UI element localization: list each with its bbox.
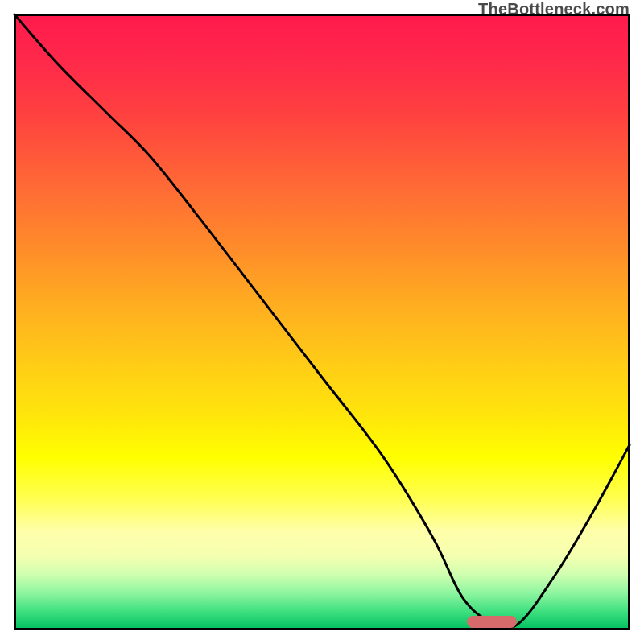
watermark-text: TheBottleneck.com	[478, 0, 630, 19]
chart-canvas: TheBottleneck.com	[0, 0, 644, 644]
optimal-range-marker	[467, 616, 517, 628]
chart-line	[14, 14, 630, 630]
